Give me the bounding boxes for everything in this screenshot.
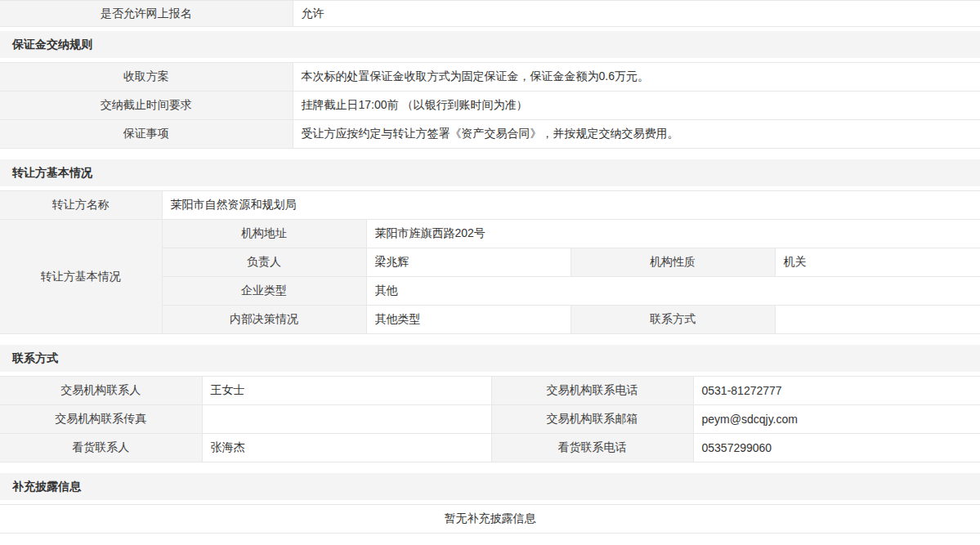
field-label-org-address: 机构地址 [162, 220, 366, 248]
transferor-info-table: 转让方名称 莱阳市自然资源和规划局 转让方基本情况 机构地址 莱阳市旌旗西路20… [0, 190, 980, 334]
field-label-org-nature: 机构性质 [571, 248, 775, 277]
field-label-enterprise-type: 企业类型 [162, 277, 366, 306]
table-row: 是否允许网上报名 允许 [0, 1, 980, 27]
field-value-collection-plan: 本次标的处置保证金收取方式为固定保证金，保证金金额为0.6万元。 [293, 63, 980, 92]
online-registration-table: 是否允许网上报名 允许 [0, 0, 980, 27]
field-value-agency-contact-phone: 0531-81272777 [693, 377, 980, 405]
field-value-inspection-contact-phone: 05357299060 [693, 434, 980, 462]
field-value-agency-contact-person: 王女士 [202, 377, 491, 405]
field-value-guarantee-items: 受让方应按约定与转让方签署《资产交易合同》，并按规定交纳交易费用。 [293, 120, 980, 149]
table-row: 交易机构联系传真 交易机构联系邮箱 peym@sdcqjy.com [0, 405, 980, 434]
table-row: 看货联系人 张海杰 看货联系电话 05357299060 [0, 434, 980, 462]
field-label-contact-method: 联系方式 [571, 306, 775, 334]
table-row: 交纳截止时间要求 挂牌截止日17:00前 （以银行到账时间为准） [0, 92, 980, 120]
field-value-principal: 梁兆辉 [366, 248, 571, 277]
field-label-agency-contact-phone: 交易机构联系电话 [491, 377, 693, 405]
field-label-principal: 负责人 [162, 248, 366, 277]
field-value-transferor-name: 莱阳市自然资源和规划局 [162, 191, 980, 220]
field-label-transferor-name: 转让方名称 [0, 191, 162, 220]
field-value-agency-contact-email: peym@sdcqjy.com [693, 405, 980, 434]
asset-disclosure-page: 是否允许网上报名 允许 保证金交纳规则 收取方案 本次标的处置保证金收取方式为固… [0, 0, 980, 534]
table-row: 转让方基本情况 机构地址 莱阳市旌旗西路202号 [0, 220, 980, 248]
table-row: 保证事项 受让方应按约定与转让方签署《资产交易合同》，并按规定交纳交易费用。 [0, 120, 980, 149]
table-row: 暂无补充披露信息 [0, 505, 980, 534]
field-label-guarantee-items: 保证事项 [0, 120, 293, 149]
field-value-agency-contact-fax [202, 405, 491, 434]
table-row: 转让方名称 莱阳市自然资源和规划局 [0, 191, 980, 220]
section-header-contact: 联系方式 [0, 345, 980, 372]
field-value-org-nature: 机关 [775, 248, 980, 277]
field-value-inspection-contact-person: 张海杰 [202, 434, 491, 462]
supplementary-disclosure-empty-text: 暂无补充披露信息 [0, 505, 980, 534]
field-label-agency-contact-email: 交易机构联系邮箱 [491, 405, 693, 434]
group-label-transferor-basic-info: 转让方基本情况 [0, 220, 162, 334]
field-value-enterprise-type: 其他 [366, 277, 980, 306]
field-value-contact-method [775, 306, 980, 334]
field-label-collection-plan: 收取方案 [0, 63, 293, 92]
field-label-agency-contact-fax: 交易机构联系传真 [0, 405, 202, 434]
field-label-payment-deadline: 交纳截止时间要求 [0, 92, 293, 120]
field-value-payment-deadline: 挂牌截止日17:00前 （以银行到账时间为准） [293, 92, 980, 120]
table-row: 交易机构联系人 王女士 交易机构联系电话 0531-81272777 [0, 377, 980, 405]
field-value-online-registration: 允许 [293, 1, 980, 27]
deposit-rules-table: 收取方案 本次标的处置保证金收取方式为固定保证金，保证金金额为0.6万元。 交纳… [0, 62, 980, 149]
contact-table: 交易机构联系人 王女士 交易机构联系电话 0531-81272777 交易机构联… [0, 376, 980, 462]
field-label-internal-decision: 内部决策情况 [162, 306, 366, 334]
field-label-online-registration: 是否允许网上报名 [0, 1, 293, 27]
supplementary-disclosure-table: 暂无补充披露信息 [0, 504, 980, 534]
field-label-inspection-contact-phone: 看货联系电话 [491, 434, 693, 462]
section-header-deposit-rules: 保证金交纳规则 [0, 31, 980, 58]
field-label-agency-contact-person: 交易机构联系人 [0, 377, 202, 405]
field-label-inspection-contact-person: 看货联系人 [0, 434, 202, 462]
section-header-transferor-info: 转让方基本情况 [0, 159, 980, 186]
field-value-internal-decision: 其他类型 [366, 306, 571, 334]
table-row: 收取方案 本次标的处置保证金收取方式为固定保证金，保证金金额为0.6万元。 [0, 63, 980, 92]
field-value-org-address: 莱阳市旌旗西路202号 [366, 220, 980, 248]
section-header-supplementary-disclosure: 补充披露信息 [0, 473, 980, 500]
